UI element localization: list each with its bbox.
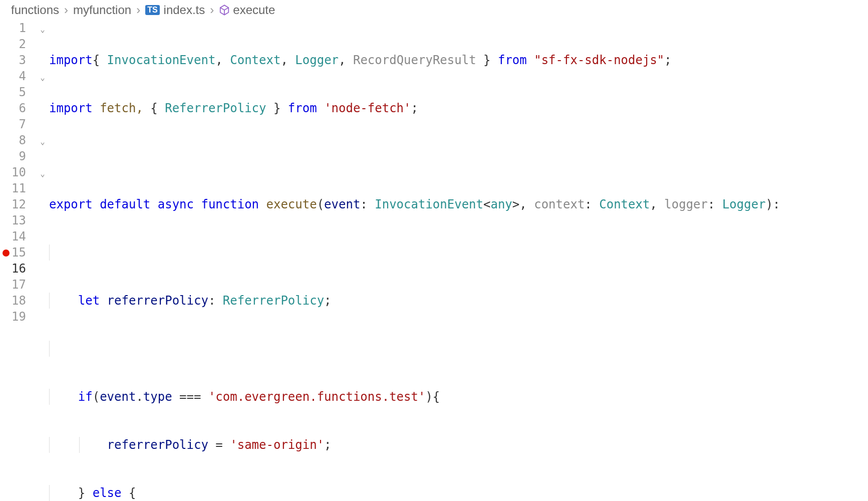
- line-number: 13: [0, 212, 26, 228]
- chevron-right-icon: ›: [64, 3, 68, 17]
- line-number: 16: [0, 261, 26, 277]
- chevron-right-icon: ›: [210, 3, 214, 17]
- breadcrumb-folder[interactable]: functions: [11, 3, 59, 17]
- line-number: 14: [0, 228, 26, 244]
- typescript-icon: TS: [145, 5, 159, 15]
- symbol-method-icon: [219, 5, 230, 16]
- line-number: 8: [0, 132, 26, 148]
- line-number: 11: [0, 180, 26, 196]
- line-number: 18: [0, 293, 26, 309]
- line-number: 19: [0, 309, 26, 325]
- line-number: 12: [0, 196, 26, 212]
- fold-chevron-icon[interactable]: ⌄: [40, 70, 45, 86]
- line-number-gutter: 1 2 3 4 5 6 7 8 9 10 11 12 13 14 15 16 1…: [0, 20, 36, 501]
- line-number: 3: [0, 52, 26, 68]
- line-number: 5: [0, 84, 26, 100]
- line-number: 17: [0, 277, 26, 293]
- line-number: 4: [0, 68, 26, 84]
- code-content[interactable]: import{ InvocationEvent, Context, Logger…: [49, 20, 868, 501]
- breadcrumb-symbol[interactable]: execute: [233, 3, 275, 17]
- breadcrumb-file[interactable]: index.ts: [164, 3, 205, 17]
- line-number: 6: [0, 100, 26, 116]
- breadcrumb-folder[interactable]: myfunction: [73, 3, 131, 17]
- line-number: 7: [0, 116, 26, 132]
- line-number: 2: [0, 36, 26, 52]
- fold-chevron-icon[interactable]: ⌄: [40, 134, 45, 150]
- line-number: 1: [0, 20, 26, 36]
- fold-chevron-icon[interactable]: ⌄: [40, 22, 45, 38]
- fold-gutter: ⌄ ⌄ ⌄ ⌄: [36, 20, 49, 501]
- chevron-right-icon: ›: [136, 3, 140, 17]
- line-number: 15: [0, 244, 26, 261]
- line-number: 10: [0, 164, 26, 180]
- fold-chevron-icon[interactable]: ⌄: [40, 166, 45, 182]
- code-editor[interactable]: 1 2 3 4 5 6 7 8 9 10 11 12 13 14 15 16 1…: [0, 20, 868, 501]
- line-number: 9: [0, 148, 26, 164]
- breadcrumb[interactable]: functions › myfunction › TS index.ts › e…: [0, 0, 868, 20]
- breakpoint-icon[interactable]: [3, 249, 10, 257]
